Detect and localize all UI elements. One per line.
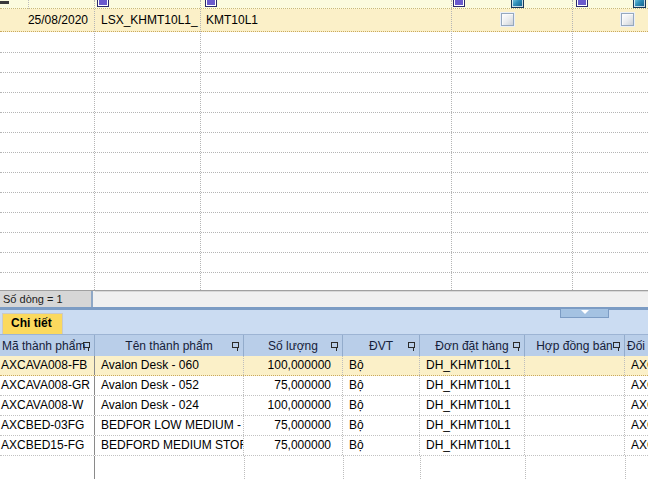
cell-ten[interactable]: BEDFORD MEDIUM STOR xyxy=(95,436,244,455)
column-gridline xyxy=(343,456,344,479)
column-gridline xyxy=(625,456,626,479)
cell-ten[interactable]: BEDFOR LOW MEDIUM - 0 xyxy=(95,416,244,435)
column-gridline xyxy=(94,456,95,479)
cell-so-lenh[interactable]: LSX_KHMT10L1_ xyxy=(94,12,200,28)
row-checkbox[interactable] xyxy=(501,13,514,26)
cell-don-dat-hang[interactable]: DH_KHMT10L1 xyxy=(420,356,525,375)
pin-icon[interactable] xyxy=(513,342,520,348)
header-label: Mã thành phẩm xyxy=(2,339,85,353)
table-row[interactable]: AXCAVA008-W Avalon Desk - 024 100,000000… xyxy=(0,396,648,416)
filter-icon[interactable] xyxy=(205,0,217,7)
header-label: ĐVT xyxy=(369,339,393,353)
table-row[interactable]: AXCBED15-FG BEDFORD MEDIUM STOR 75,00000… xyxy=(0,436,648,456)
table-row[interactable]: AXCAVA008-GR Avalon Desk - 052 75,000000… xyxy=(0,376,648,396)
cell-ma[interactable]: AXCBED-03FG xyxy=(0,416,95,435)
cell-doi-tuong[interactable]: AXC xyxy=(625,416,648,435)
pin-icon[interactable] xyxy=(83,342,90,348)
detail-tab-strip xyxy=(0,310,648,334)
cell-ma[interactable]: AXCAVA008-FB xyxy=(0,356,95,375)
cell-hop-dong-ban[interactable] xyxy=(525,376,625,395)
cell-dvt[interactable]: Bộ xyxy=(343,396,420,415)
empty-row xyxy=(0,193,648,213)
header-label: Đối xyxy=(627,339,645,353)
empty-row xyxy=(0,93,648,113)
cell-don-dat-hang[interactable]: DH_KHMT10L1 xyxy=(420,376,525,395)
filter-icon[interactable] xyxy=(576,0,588,7)
header-doi-tuong[interactable]: Đối xyxy=(625,335,648,357)
cell-don-dat-hang[interactable]: DH_KHMT10L1 xyxy=(420,436,525,455)
detail-empty-area[interactable] xyxy=(0,456,648,479)
empty-row xyxy=(0,173,648,193)
cell-doi-tuong[interactable]: AXC xyxy=(625,376,648,395)
cell-doi-tuong[interactable]: AXC xyxy=(625,396,648,415)
cell-dvt[interactable]: Bộ xyxy=(343,356,420,375)
tab-chi-tiet[interactable]: Chi tiết xyxy=(2,313,63,334)
column-gridline xyxy=(420,456,421,479)
filter-icon[interactable] xyxy=(453,0,465,7)
cell-so-luong[interactable]: 75,000000 xyxy=(244,376,343,395)
cell-doi-tuong[interactable]: AXC xyxy=(625,436,648,455)
cell-hop-dong-ban[interactable] xyxy=(525,416,625,435)
cell-ten[interactable]: Avalon Desk - 052 xyxy=(95,376,244,395)
pin-icon[interactable] xyxy=(232,342,239,348)
column-gridline xyxy=(572,0,573,290)
chevron-down-icon xyxy=(581,310,589,314)
cell-ngay[interactable]: 25/08/2020 xyxy=(0,12,94,28)
empty-row xyxy=(0,213,648,233)
cell-so-luong[interactable]: 75,000000 xyxy=(244,436,343,455)
header-dvt[interactable]: ĐVT xyxy=(343,335,420,357)
header-hop-dong-ban[interactable]: Hợp đồng bán xyxy=(525,335,625,357)
cell-don-dat-hang[interactable]: DH_KHMT10L1 xyxy=(420,416,525,435)
empty-row xyxy=(0,33,648,53)
cell-dvt[interactable]: Bộ xyxy=(343,436,420,455)
pin-icon[interactable] xyxy=(331,342,338,348)
master-grid: 25/08/2020 LSX_KHMT10L1_ KMT10L1 xyxy=(0,0,648,290)
cell-doi-tuong[interactable]: AXC xyxy=(625,356,648,375)
column-gridline xyxy=(94,0,95,290)
cell-ma[interactable]: AXCAVA008-GR xyxy=(0,376,95,395)
empty-row xyxy=(0,253,648,273)
column-gridline xyxy=(451,0,452,290)
empty-row xyxy=(0,113,648,133)
pin-icon[interactable] xyxy=(408,342,415,348)
cell-don-dat-hang[interactable]: DH_KHMT10L1 xyxy=(420,396,525,415)
header-label: Số lượng xyxy=(268,339,318,353)
header-so-luong[interactable]: Số lượng xyxy=(244,335,343,357)
splitter-collapse-button[interactable] xyxy=(560,308,609,318)
pin-icon[interactable] xyxy=(613,342,620,348)
header-ma-thanh-pham[interactable]: Mã thành phẩm xyxy=(0,335,95,357)
row-checkbox[interactable] xyxy=(621,13,634,26)
cell-hop-dong-ban[interactable] xyxy=(525,356,625,375)
cell-hop-dong-ban[interactable] xyxy=(525,436,625,455)
cutoff-dash-icon xyxy=(0,1,9,4)
header-label: Hợp đồng bán xyxy=(536,339,613,353)
cell-dvt[interactable]: Bộ xyxy=(343,376,420,395)
empty-row xyxy=(0,133,648,153)
empty-grid-area[interactable] xyxy=(0,33,648,290)
cell-ten[interactable]: Avalon Desk - 060 xyxy=(95,356,244,375)
table-row[interactable]: AXCBED-03FG BEDFOR LOW MEDIUM - 0 75,000… xyxy=(0,416,648,436)
cell-so-luong[interactable]: 75,000000 xyxy=(244,416,343,435)
cell-ma[interactable]: AXCAVA008-W xyxy=(0,396,95,415)
cell-ma-ke-hoach[interactable]: KMT10L1 xyxy=(200,12,451,28)
column-gridline xyxy=(200,0,201,290)
cell-so-luong[interactable]: 100,000000 xyxy=(244,356,343,375)
master-table-row[interactable]: 25/08/2020 LSX_KHMT10L1_ KMT10L1 xyxy=(0,9,648,32)
column-gridline xyxy=(525,456,526,479)
header-don-dat-hang[interactable]: Đơn đặt hàng xyxy=(420,335,525,357)
filter-icon[interactable] xyxy=(97,0,109,7)
empty-row xyxy=(0,73,648,93)
cell-hop-dong-ban[interactable] xyxy=(525,396,625,415)
column-divider xyxy=(28,0,29,9)
cell-dvt[interactable]: Bộ xyxy=(343,416,420,435)
cell-ma[interactable]: AXCBED15-FG xyxy=(0,436,95,455)
table-row[interactable]: AXCAVA008-FB Avalon Desk - 060 100,00000… xyxy=(0,356,648,376)
detail-grid-rows: AXCAVA008-FB Avalon Desk - 060 100,00000… xyxy=(0,356,648,456)
select-all-checkbox-icon[interactable] xyxy=(511,0,524,8)
select-all-checkbox-icon[interactable] xyxy=(633,0,646,8)
cell-ten[interactable]: Avalon Desk - 024 xyxy=(95,396,244,415)
header-ten-thanh-pham[interactable]: Tên thành phẩm xyxy=(95,335,244,357)
app-window: 25/08/2020 LSX_KHMT10L1_ KMT10L1 xyxy=(0,0,648,479)
cell-so-luong[interactable]: 100,000000 xyxy=(244,396,343,415)
horizontal-scrollbar[interactable] xyxy=(95,291,648,308)
